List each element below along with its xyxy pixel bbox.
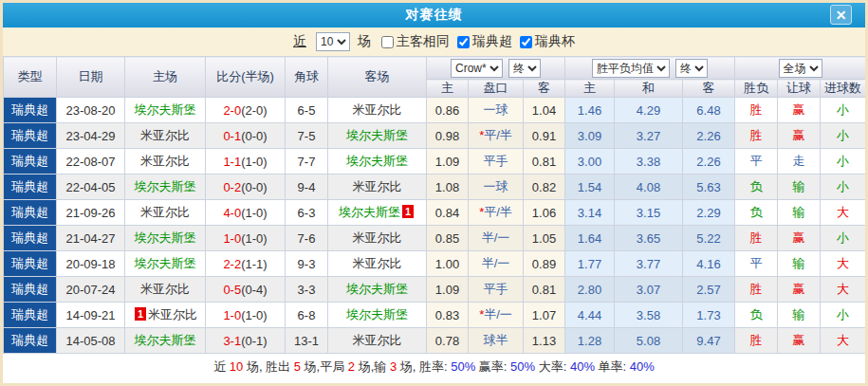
fullmatch-select[interactable]: 全场 <box>779 59 822 78</box>
avg-draw-cell: 4.08 <box>615 175 683 200</box>
corners-cell: 6-3 <box>286 200 328 226</box>
away-team-cell: 埃尔夫斯堡 <box>328 303 427 328</box>
avg-draw-cell: 5.08 <box>615 328 683 354</box>
match-row: 瑞典超21-09-26米亚尔比4-0(1-0)6-3埃尔夫斯堡10.84*平/半… <box>4 200 866 226</box>
corners-cell: 7-6 <box>286 226 328 251</box>
league-cell: 瑞典超 <box>4 251 57 277</box>
col-header-date: 日期 <box>57 57 125 98</box>
date-cell: 22-08-07 <box>57 149 125 175</box>
avg-away-cell: 5.22 <box>683 226 735 251</box>
league-cell: 瑞典超 <box>4 226 57 251</box>
crown-handicap-cell: 平手 <box>469 277 524 303</box>
crown-home-odds-cell: 0.98 <box>427 123 469 149</box>
avg-away-cell: 2.26 <box>683 123 735 149</box>
crown-home-odds-cell: 0.83 <box>427 303 469 328</box>
crown-away-odds-cell: 0.82 <box>524 175 565 200</box>
avg-away-cell: 1.73 <box>683 303 735 328</box>
avg-home-cell: 2.80 <box>565 277 615 303</box>
crown-away-odds-cell: 1.05 <box>524 226 565 251</box>
match-count-select[interactable]: 10 <box>316 32 350 51</box>
avg-home-cell: 1.28 <box>565 328 615 354</box>
match-row: 瑞典超20-07-24米亚尔比0-5(0-4)3-3埃尔夫斯堡1.09平手0.8… <box>4 277 866 303</box>
close-button[interactable]: ✕ <box>830 5 852 25</box>
result-handicap-cell: 赢 <box>778 123 821 149</box>
avg-odds-group-header: 胜平负均值 终 <box>565 57 735 80</box>
same-venue-label: 主客相同 <box>397 33 450 50</box>
result-handicap-cell: 赢 <box>778 277 821 303</box>
match-row: 瑞典超22-04-05埃尔夫斯堡0-2(0-0)9-4米亚尔比1.08一球0.8… <box>4 175 866 200</box>
score-cell: 1-1(1-0) <box>206 149 286 175</box>
same-venue-checkbox[interactable] <box>381 36 394 48</box>
result-wdl-cell: 负 <box>735 175 778 200</box>
home-team-cell: 埃尔夫斯堡 <box>125 251 206 277</box>
home-team-cell: 埃尔夫斯堡 <box>125 226 206 251</box>
match-row: 瑞典超22-08-07米亚尔比1-1(1-0)7-7埃尔夫斯堡1.09平手0.8… <box>4 149 866 175</box>
filter-bar: 近 10 场 主客相同 瑞典超 瑞典杯 <box>3 28 865 56</box>
home-team-cell: 米亚尔比 <box>125 149 206 175</box>
result-handicap-cell: 走 <box>778 149 821 175</box>
score-cell: 2-0(2-0) <box>206 98 286 123</box>
avg-away-cell: 6.48 <box>683 98 735 123</box>
col-header-corner: 角球 <box>286 57 328 98</box>
away-team-cell: 埃尔夫斯堡 <box>328 277 427 303</box>
cup-checkbox[interactable] <box>520 36 532 48</box>
summary-segment: 场, 胜出 <box>243 358 293 376</box>
score-cell: 4-0(1-0) <box>206 200 286 226</box>
league-checkbox[interactable] <box>457 36 470 48</box>
score-cell: 0-1(0-0) <box>206 123 286 149</box>
summary-segment: 近 <box>213 358 230 376</box>
avg-final-select[interactable]: 终 <box>675 59 708 78</box>
league-cell: 瑞典超 <box>4 175 57 200</box>
score-cell: 0-2(0-0) <box>206 175 286 200</box>
date-cell: 22-04-05 <box>57 175 125 200</box>
summary-segment: 50% <box>510 359 535 374</box>
summary-segment: 场,平局 <box>301 358 348 376</box>
col-header-result-goals: 进球数 <box>821 80 866 98</box>
result-goals-cell: 大 <box>821 251 866 277</box>
home-team-cell: 米亚尔比 <box>125 200 206 226</box>
summary-footer: 近 10 场, 胜出 5 场,平局 2 场,输 3 场, 胜率: 50% 赢率:… <box>3 354 865 379</box>
bookmaker-select[interactable]: Crow* <box>451 59 503 78</box>
table-body: 瑞典超23-08-20埃尔夫斯堡2-0(2-0)6-5米亚尔比0.86一球1.0… <box>4 98 866 354</box>
col-header-result-wdl: 胜负 <box>735 80 778 98</box>
col-header-score: 比分(半场) <box>206 57 286 98</box>
result-handicap-cell: 输 <box>778 200 821 226</box>
result-wdl-cell: 胜 <box>735 226 778 251</box>
result-wdl-cell: 负 <box>735 200 778 226</box>
avg-draw-cell: 3.07 <box>615 277 683 303</box>
home-team-cell: 米亚尔比 <box>125 123 206 149</box>
crown-odds-group-header: Crow* 终 <box>427 57 565 80</box>
result-goals-cell: 大 <box>821 200 866 226</box>
result-handicap-cell: 赢 <box>778 226 821 251</box>
crown-handicap-cell: 一球 <box>469 175 524 200</box>
avg-away-cell: 2.29 <box>683 200 735 226</box>
red-card-badge: 1 <box>135 307 146 321</box>
crown-away-odds-cell: 1.13 <box>524 328 565 354</box>
recent-link[interactable]: 近 <box>293 33 306 50</box>
summary-segment: 大率: <box>535 358 570 376</box>
score-cell: 0-5(0-4) <box>206 277 286 303</box>
score-cell: 2-2(1-1) <box>206 251 286 277</box>
corners-cell: 9-3 <box>286 251 328 277</box>
col-header-crown-handicap: 盘口 <box>469 80 524 98</box>
result-goals-cell: 小 <box>821 149 866 175</box>
crown-handicap-cell: 半/一 <box>469 251 524 277</box>
home-team-cell: 米亚尔比 <box>125 277 206 303</box>
crown-final-select[interactable]: 终 <box>508 59 541 78</box>
crown-home-odds-cell: 0.85 <box>427 226 469 251</box>
date-cell: 20-09-18 <box>57 251 125 277</box>
summary-segment: 5 <box>294 359 301 374</box>
score-cell: 1-0(1-0) <box>206 303 286 328</box>
match-row: 瑞典超14-09-211米亚尔比1-0(1-0)6-8埃尔夫斯堡0.83*半/一… <box>4 303 866 328</box>
result-wdl-cell: 胜 <box>735 328 778 354</box>
matches-unit-label: 场 <box>358 33 371 50</box>
home-team-cell: 1米亚尔比 <box>125 303 206 328</box>
corners-cell: 7-5 <box>286 123 328 149</box>
score-cell: 3-1(0-1) <box>206 328 286 354</box>
match-row: 瑞典超14-05-08埃尔夫斯堡3-1(0-1)13-1米亚尔比0.78球半1.… <box>4 328 866 354</box>
corners-cell: 6-8 <box>286 303 328 328</box>
crown-handicap-cell: 一球 <box>469 98 524 123</box>
summary-segment: 2 <box>348 359 355 374</box>
away-team-cell: 米亚尔比 <box>328 251 427 277</box>
avg-select[interactable]: 胜平负均值 <box>592 59 670 78</box>
